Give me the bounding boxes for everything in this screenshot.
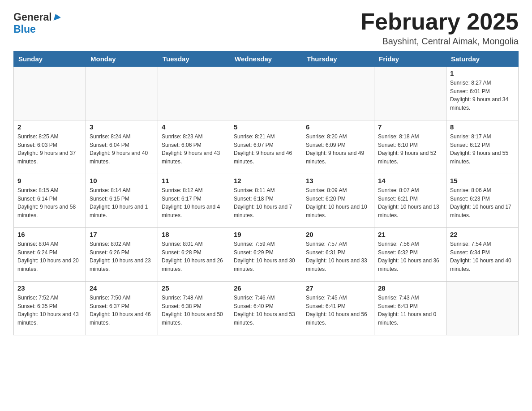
sun-info: Sunrise: 8:27 AMSunset: 6:01 PMDaylight:… (450, 79, 515, 112)
header-saturday: Saturday (446, 51, 519, 67)
sun-info: Sunrise: 8:06 AMSunset: 6:23 PMDaylight:… (450, 186, 515, 219)
sun-info: Sunrise: 8:18 AMSunset: 6:10 PMDaylight:… (378, 133, 442, 166)
calendar-week-row: 16Sunrise: 8:04 AMSunset: 6:24 PMDayligh… (14, 228, 519, 282)
calendar-cell (14, 67, 86, 120)
day-number: 14 (378, 177, 442, 184)
page-header: General Blue February 2025 Bayshint, Cen… (13, 9, 519, 47)
logo: General Blue (13, 9, 60, 35)
day-number: 23 (17, 284, 82, 292)
day-number: 28 (378, 284, 442, 292)
sun-info: Sunrise: 8:23 AMSunset: 6:06 PMDaylight:… (162, 133, 226, 166)
header-wednesday: Wednesday (230, 51, 302, 67)
logo-arrow-icon (52, 13, 60, 22)
sun-info: Sunrise: 8:04 AMSunset: 6:24 PMDaylight:… (17, 240, 82, 273)
calendar-cell (302, 67, 374, 120)
calendar-cell (374, 67, 446, 120)
logo-general-text: General (13, 11, 52, 23)
calendar-cell: 2Sunrise: 8:25 AMSunset: 6:03 PMDaylight… (14, 120, 86, 174)
day-number: 5 (234, 123, 298, 131)
calendar-cell: 4Sunrise: 8:23 AMSunset: 6:06 PMDaylight… (158, 120, 230, 174)
calendar-cell: 7Sunrise: 8:18 AMSunset: 6:10 PMDaylight… (374, 120, 446, 174)
calendar-cell: 8Sunrise: 8:17 AMSunset: 6:12 PMDaylight… (446, 120, 519, 174)
calendar-cell: 6Sunrise: 8:20 AMSunset: 6:09 PMDaylight… (302, 120, 374, 174)
day-number: 12 (234, 177, 298, 184)
calendar-week-row: 23Sunrise: 7:52 AMSunset: 6:35 PMDayligh… (14, 282, 519, 335)
title-block: February 2025 Bayshint, Central Aimak, M… (360, 9, 519, 47)
sun-info: Sunrise: 7:57 AMSunset: 6:31 PMDaylight:… (306, 240, 370, 273)
calendar-cell: 21Sunrise: 7:56 AMSunset: 6:32 PMDayligh… (374, 228, 446, 282)
sun-info: Sunrise: 7:48 AMSunset: 6:38 PMDaylight:… (162, 294, 226, 327)
location-subtitle: Bayshint, Central Aimak, Mongolia (360, 36, 519, 47)
day-number: 7 (378, 123, 442, 131)
calendar-cell: 24Sunrise: 7:50 AMSunset: 6:37 PMDayligh… (86, 282, 158, 335)
day-number: 6 (306, 123, 370, 131)
calendar-cell (446, 282, 519, 335)
sun-info: Sunrise: 7:52 AMSunset: 6:35 PMDaylight:… (17, 294, 82, 327)
calendar-cell: 22Sunrise: 7:54 AMSunset: 6:34 PMDayligh… (446, 228, 519, 282)
calendar-cell: 28Sunrise: 7:43 AMSunset: 6:43 PMDayligh… (374, 282, 446, 335)
sun-info: Sunrise: 7:56 AMSunset: 6:32 PMDaylight:… (378, 240, 442, 273)
sun-info: Sunrise: 8:12 AMSunset: 6:17 PMDaylight:… (162, 186, 226, 219)
month-title: February 2025 (360, 9, 519, 34)
calendar-cell: 9Sunrise: 8:15 AMSunset: 6:14 PMDaylight… (14, 174, 86, 228)
sun-info: Sunrise: 8:15 AMSunset: 6:14 PMDaylight:… (17, 186, 82, 219)
calendar-cell: 1Sunrise: 8:27 AMSunset: 6:01 PMDaylight… (446, 67, 519, 120)
sun-info: Sunrise: 7:45 AMSunset: 6:41 PMDaylight:… (306, 294, 370, 327)
sun-info: Sunrise: 8:14 AMSunset: 6:15 PMDaylight:… (90, 186, 154, 219)
calendar-week-row: 2Sunrise: 8:25 AMSunset: 6:03 PMDaylight… (14, 120, 519, 174)
sun-info: Sunrise: 7:43 AMSunset: 6:43 PMDaylight:… (378, 294, 442, 327)
sun-info: Sunrise: 7:50 AMSunset: 6:37 PMDaylight:… (90, 294, 154, 327)
calendar-cell: 18Sunrise: 8:01 AMSunset: 6:28 PMDayligh… (158, 228, 230, 282)
sun-info: Sunrise: 8:21 AMSunset: 6:07 PMDaylight:… (234, 133, 298, 166)
day-number: 15 (450, 177, 515, 184)
sun-info: Sunrise: 8:25 AMSunset: 6:03 PMDaylight:… (17, 133, 82, 166)
calendar-table: Sunday Monday Tuesday Wednesday Thursday… (13, 51, 519, 335)
sun-info: Sunrise: 7:59 AMSunset: 6:29 PMDaylight:… (234, 240, 298, 273)
day-number: 1 (450, 69, 515, 77)
calendar-cell: 17Sunrise: 8:02 AMSunset: 6:26 PMDayligh… (86, 228, 158, 282)
day-number: 2 (17, 123, 82, 131)
day-number: 25 (162, 284, 226, 292)
day-number: 4 (162, 123, 226, 131)
sun-info: Sunrise: 7:46 AMSunset: 6:40 PMDaylight:… (234, 294, 298, 327)
day-number: 13 (306, 177, 370, 184)
sun-info: Sunrise: 8:01 AMSunset: 6:28 PMDaylight:… (162, 240, 226, 273)
day-number: 24 (90, 284, 154, 292)
sun-info: Sunrise: 7:54 AMSunset: 6:34 PMDaylight:… (450, 240, 515, 273)
calendar-cell: 3Sunrise: 8:24 AMSunset: 6:04 PMDaylight… (86, 120, 158, 174)
calendar-cell: 14Sunrise: 8:07 AMSunset: 6:21 PMDayligh… (374, 174, 446, 228)
header-friday: Friday (374, 51, 446, 67)
calendar-cell: 15Sunrise: 8:06 AMSunset: 6:23 PMDayligh… (446, 174, 519, 228)
calendar-cell: 10Sunrise: 8:14 AMSunset: 6:15 PMDayligh… (86, 174, 158, 228)
header-monday: Monday (86, 51, 158, 67)
calendar-cell: 11Sunrise: 8:12 AMSunset: 6:17 PMDayligh… (158, 174, 230, 228)
header-tuesday: Tuesday (158, 51, 230, 67)
calendar-cell (230, 67, 302, 120)
calendar-cell (158, 67, 230, 120)
svg-marker-0 (52, 13, 60, 20)
header-thursday: Thursday (302, 51, 374, 67)
calendar-header-row: Sunday Monday Tuesday Wednesday Thursday… (14, 51, 519, 67)
day-number: 8 (450, 123, 515, 131)
day-number: 27 (306, 284, 370, 292)
calendar-cell: 25Sunrise: 7:48 AMSunset: 6:38 PMDayligh… (158, 282, 230, 335)
day-number: 16 (17, 231, 82, 238)
header-sunday: Sunday (14, 51, 86, 67)
calendar-cell: 5Sunrise: 8:21 AMSunset: 6:07 PMDaylight… (230, 120, 302, 174)
sun-info: Sunrise: 8:07 AMSunset: 6:21 PMDaylight:… (378, 186, 442, 219)
calendar-cell: 19Sunrise: 7:59 AMSunset: 6:29 PMDayligh… (230, 228, 302, 282)
calendar-cell (86, 67, 158, 120)
calendar-cell: 27Sunrise: 7:45 AMSunset: 6:41 PMDayligh… (302, 282, 374, 335)
logo-blue-text: Blue (13, 23, 36, 35)
calendar-cell: 23Sunrise: 7:52 AMSunset: 6:35 PMDayligh… (14, 282, 86, 335)
calendar-cell: 12Sunrise: 8:11 AMSunset: 6:18 PMDayligh… (230, 174, 302, 228)
day-number: 20 (306, 231, 370, 238)
sun-info: Sunrise: 8:11 AMSunset: 6:18 PMDaylight:… (234, 186, 298, 219)
calendar-cell: 16Sunrise: 8:04 AMSunset: 6:24 PMDayligh… (14, 228, 86, 282)
day-number: 21 (378, 231, 442, 238)
calendar-cell: 20Sunrise: 7:57 AMSunset: 6:31 PMDayligh… (302, 228, 374, 282)
day-number: 22 (450, 231, 515, 238)
day-number: 9 (17, 177, 82, 184)
sun-info: Sunrise: 8:24 AMSunset: 6:04 PMDaylight:… (90, 133, 154, 166)
day-number: 26 (234, 284, 298, 292)
